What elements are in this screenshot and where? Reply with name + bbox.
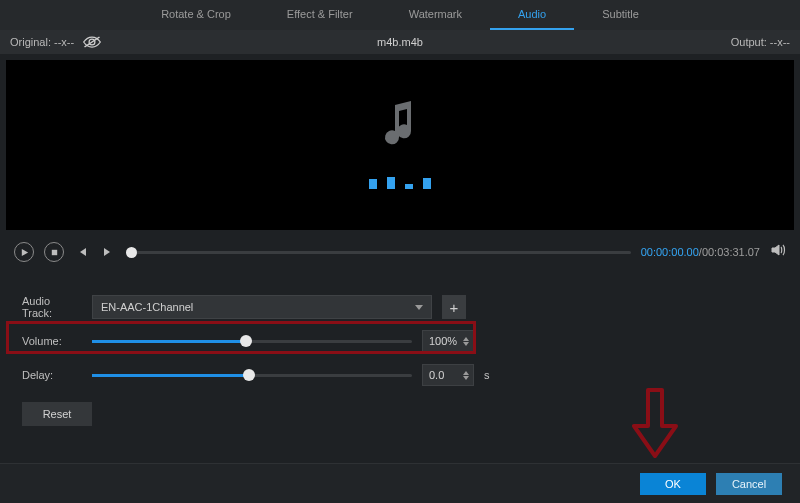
tab-watermark[interactable]: Watermark	[381, 0, 490, 30]
tab-rotate-crop[interactable]: Rotate & Crop	[133, 0, 259, 30]
volume-spinbox[interactable]: 100%	[422, 330, 474, 352]
previous-button[interactable]	[74, 244, 90, 260]
delay-step-down[interactable]	[463, 376, 469, 380]
preview-visibility-icon[interactable]	[82, 35, 102, 49]
audio-track-select[interactable]: EN-AAC-1Channel	[92, 295, 432, 319]
total-time: 00:03:31.07	[702, 246, 760, 258]
preview-area	[6, 60, 794, 230]
tab-subtitle[interactable]: Subtitle	[574, 0, 667, 30]
tabs-bar: Rotate & Crop Effect & Filter Watermark …	[0, 0, 800, 30]
playbar: 00:00:00.00/00:03:31.07	[0, 236, 800, 272]
delay-step-up[interactable]	[463, 371, 469, 375]
chevron-down-icon	[415, 305, 423, 310]
tab-effect-filter[interactable]: Effect & Filter	[259, 0, 381, 30]
audio-track-label: Audio Track:	[22, 295, 82, 319]
audio-track-value: EN-AAC-1Channel	[101, 301, 193, 313]
delay-spinbox[interactable]: 0.0	[422, 364, 474, 386]
current-time: 00:00:00.00	[641, 246, 699, 258]
original-dimensions-label: Original: --x--	[10, 36, 74, 48]
delay-value: 0.0	[429, 369, 444, 381]
volume-label: Volume:	[22, 335, 82, 347]
delay-label: Delay:	[22, 369, 82, 381]
reset-button[interactable]: Reset	[22, 402, 92, 426]
volume-value: 100%	[429, 335, 457, 347]
next-button[interactable]	[100, 244, 116, 260]
audio-settings-panel: Audio Track: EN-AAC-1Channel + Volume: 1…	[0, 272, 800, 436]
speaker-icon[interactable]	[770, 242, 786, 262]
equalizer-icon	[369, 175, 431, 189]
seek-slider[interactable]	[126, 251, 631, 254]
output-dimensions-label: Output: --x--	[731, 36, 790, 48]
filename-label: m4b.m4b	[377, 36, 423, 48]
stop-button[interactable]	[44, 242, 64, 262]
volume-step-down[interactable]	[463, 342, 469, 346]
volume-slider[interactable]	[92, 340, 412, 343]
delay-slider[interactable]	[92, 374, 412, 377]
cancel-button[interactable]: Cancel	[716, 473, 782, 495]
music-note-icon	[383, 101, 417, 151]
titlebar: Original: --x-- m4b.m4b Output: --x--	[0, 30, 800, 54]
volume-step-up[interactable]	[463, 337, 469, 341]
add-audio-track-button[interactable]: +	[442, 295, 466, 319]
ok-button[interactable]: OK	[640, 473, 706, 495]
footer: OK Cancel	[0, 463, 800, 503]
svg-rect-1	[51, 249, 56, 254]
time-display: 00:00:00.00/00:03:31.07	[641, 246, 760, 258]
delay-unit: s	[484, 369, 494, 381]
play-button[interactable]	[14, 242, 34, 262]
tab-audio[interactable]: Audio	[490, 0, 574, 30]
